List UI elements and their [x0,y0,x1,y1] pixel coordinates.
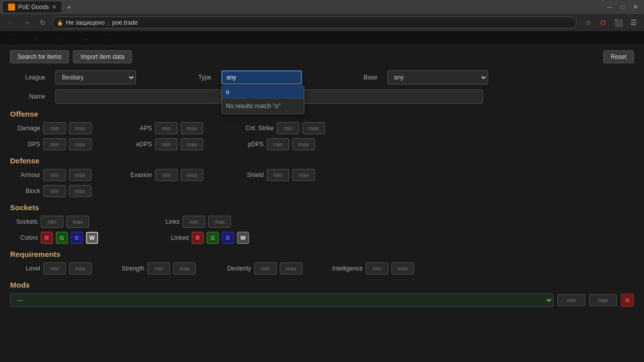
url-display: poe.trade [112,19,138,26]
block-min-input[interactable] [43,185,66,197]
edps-stat: eDPS [122,138,203,150]
pdps-max-input[interactable] [292,138,315,150]
search-container: Search for items Import item data Reset … [0,45,644,312]
type-search-input[interactable] [222,86,304,99]
type-input[interactable] [221,70,302,84]
strength-req-label: Strength [112,265,144,272]
address-bar[interactable]: 🔓 Не защищено | poe.trade [52,17,577,29]
back-button[interactable]: ← [4,16,17,29]
linked-color-r-button[interactable]: R [192,232,204,244]
armour-min-input[interactable] [43,169,66,181]
strength-min-input[interactable] [147,262,170,275]
edps-min-input[interactable] [155,138,178,150]
type-dropdown-popup: No results match "o" [221,85,304,114]
dps-min-input[interactable] [43,138,66,150]
search-items-button[interactable]: Search for items [10,50,69,63]
level-min-input[interactable] [43,262,66,275]
mods-min-input[interactable] [557,294,585,306]
reset-button[interactable]: Reset [603,50,634,63]
mods-section-header: Mods [10,281,634,289]
dexterity-min-input[interactable] [254,262,277,275]
forward-button[interactable]: → [20,16,33,29]
mods-row: --- ✕ [10,293,634,307]
level-req-label: Level [10,265,40,272]
shield-max-input[interactable] [292,169,315,181]
aps-max-input[interactable] [181,122,203,134]
new-tab-button[interactable]: + [63,2,74,13]
links-max-input[interactable] [208,216,231,228]
dps-label: DPS [10,141,40,148]
intelligence-max-input[interactable] [391,262,414,275]
extension-button[interactable]: ⬛ [612,16,625,29]
top-nav-item-1[interactable]: ... [8,35,13,42]
bookmark-button[interactable]: ☆ [582,16,595,29]
crit-min-input[interactable] [277,122,299,134]
base-select[interactable]: any [387,70,488,84]
close-window-button[interactable]: ✕ [630,2,641,13]
damage-label: Damage [10,125,40,132]
tab-bar: PoE Goods ✕ + ─ □ ✕ [0,0,644,14]
edps-max-input[interactable] [181,138,203,150]
color-r-button[interactable]: R [41,232,53,244]
evasion-max-input[interactable] [181,169,203,181]
pdps-stat: pDPS [233,138,315,150]
page-content: ... ... ... ... ... Search for items Imp… [0,31,644,362]
top-nav-item-4[interactable]: ... [84,35,89,42]
linked-color-w-button[interactable]: W [237,232,249,244]
top-nav-item-5[interactable]: ... [109,35,114,42]
linked-stat: Linked R G B W [158,232,249,244]
opera-button[interactable]: O [597,16,610,29]
league-select[interactable]: Bestiary [55,70,136,84]
shield-label: Shield [233,171,264,178]
sockets-max-input[interactable] [66,216,89,228]
name-input[interactable] [55,89,221,104]
block-max-input[interactable] [69,185,92,197]
pdps-min-input[interactable] [267,138,289,150]
nav-bar: ← → ↻ 🔓 Не защищено | poe.trade ☆ O ⬛ ☰ [0,14,644,31]
linked-color-b-button[interactable]: B [222,232,234,244]
no-results-message: No results match "o" [222,99,304,114]
dexterity-max-input[interactable] [280,262,302,275]
top-nav-item-2[interactable]: ... [33,35,38,42]
mods-select[interactable]: --- [10,293,553,307]
tab-close-button[interactable]: ✕ [52,4,56,11]
mods-max-input[interactable] [589,294,617,306]
color-g-button[interactable]: G [56,232,68,244]
address-separator: | [108,20,109,26]
reload-button[interactable]: ↻ [36,16,49,29]
strength-req-stat: Strength [112,262,196,275]
strength-max-input[interactable] [173,262,196,275]
menu-button[interactable]: ☰ [627,16,640,29]
level-max-input[interactable] [69,262,92,275]
import-item-button[interactable]: Import item data [73,50,132,63]
secure-label: Не защищено [66,19,105,26]
dps-max-input[interactable] [69,138,92,150]
linked-color-g-button[interactable]: G [207,232,219,244]
shield-min-input[interactable] [267,169,289,181]
search-toolbar: Search for items Import item data Reset [10,50,634,63]
sockets-row-2: Colors R G B W Linked R G B W [10,232,634,244]
maximize-button[interactable]: □ [617,2,628,13]
links-min-input[interactable] [183,216,205,228]
sockets-min-input[interactable] [41,216,63,228]
offense-row-2: DPS eDPS pDPS [10,138,634,150]
browser-tab[interactable]: PoE Goods ✕ [3,2,61,13]
sockets-section-header: Sockets [10,203,634,212]
crit-stat: Crit. Strike [233,122,325,134]
damage-max-input[interactable] [69,122,92,134]
color-b-button[interactable]: B [71,232,83,244]
filter-row-league: League Bestiary Type No results match "o… [10,70,634,84]
aps-min-input[interactable] [155,122,178,134]
colors-label: Colors [10,234,38,241]
armour-max-input[interactable] [69,169,92,181]
color-w-button[interactable]: W [86,232,98,244]
top-nav-item-3[interactable]: ... [58,35,63,42]
evasion-label: Evasion [122,171,152,178]
evasion-min-input[interactable] [155,169,178,181]
intelligence-min-input[interactable] [366,262,388,275]
mods-remove-button[interactable]: ✕ [621,294,634,307]
minimize-button[interactable]: ─ [604,2,615,13]
damage-min-input[interactable] [43,122,66,134]
crit-max-input[interactable] [302,122,325,134]
sockets-row-1: Sockets Links [10,216,634,228]
